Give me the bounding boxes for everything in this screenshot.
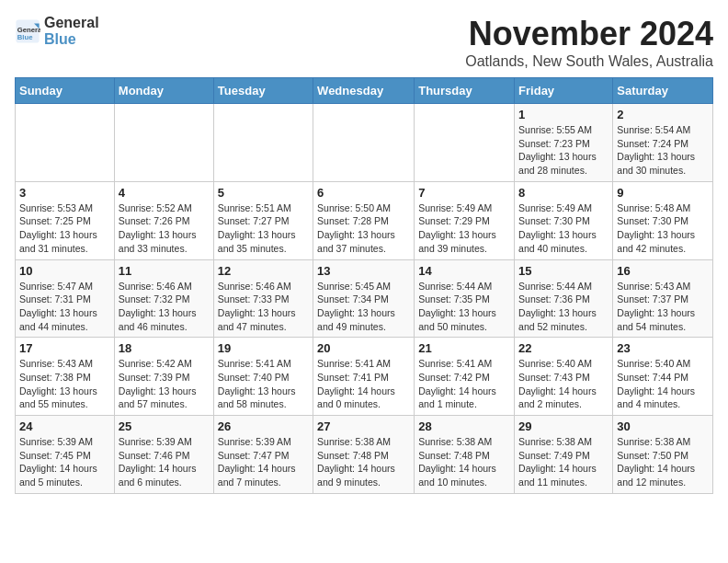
day-info: Sunrise: 5:42 AMSunset: 7:39 PMDaylight:… xyxy=(119,357,210,411)
day-number: 30 xyxy=(617,419,709,433)
calendar-cell: 19Sunrise: 5:41 AMSunset: 7:40 PMDayligh… xyxy=(213,338,313,416)
day-number: 25 xyxy=(119,419,210,433)
week-row-4: 17Sunrise: 5:43 AMSunset: 7:38 PMDayligh… xyxy=(16,338,713,416)
day-number: 29 xyxy=(518,419,609,433)
calendar-cell: 11Sunrise: 5:46 AMSunset: 7:32 PMDayligh… xyxy=(114,259,213,338)
calendar-cell: 20Sunrise: 5:41 AMSunset: 7:41 PMDayligh… xyxy=(313,338,415,416)
day-number: 24 xyxy=(19,419,110,433)
day-number: 3 xyxy=(19,186,110,200)
logo-blue: Blue xyxy=(44,31,99,48)
calendar-cell: 30Sunrise: 5:38 AMSunset: 7:50 PMDayligh… xyxy=(613,416,713,494)
calendar-cell: 25Sunrise: 5:39 AMSunset: 7:46 PMDayligh… xyxy=(114,416,213,494)
weekday-row: SundayMondayTuesdayWednesdayThursdayFrid… xyxy=(16,78,713,104)
logo: General Blue General Blue xyxy=(15,15,99,47)
calendar-cell: 24Sunrise: 5:39 AMSunset: 7:45 PMDayligh… xyxy=(16,416,115,494)
day-number: 12 xyxy=(218,264,309,278)
day-number: 28 xyxy=(418,419,510,433)
logo-general: General xyxy=(44,15,99,31)
day-number: 21 xyxy=(418,341,510,355)
calendar-cell: 2Sunrise: 5:54 AMSunset: 7:24 PMDaylight… xyxy=(613,104,713,182)
day-number: 22 xyxy=(518,341,609,355)
calendar-cell xyxy=(415,104,515,182)
day-number: 8 xyxy=(518,186,609,200)
day-info: Sunrise: 5:53 AMSunset: 7:25 PMDaylight:… xyxy=(19,201,110,256)
day-number: 9 xyxy=(617,186,709,200)
day-info: Sunrise: 5:41 AMSunset: 7:41 PMDaylight:… xyxy=(317,357,410,411)
day-info: Sunrise: 5:54 AMSunset: 7:24 PMDaylight:… xyxy=(617,123,709,178)
calendar-cell: 14Sunrise: 5:44 AMSunset: 7:35 PMDayligh… xyxy=(415,259,515,338)
day-info: Sunrise: 5:38 AMSunset: 7:50 PMDaylight:… xyxy=(617,435,709,489)
calendar-cell: 10Sunrise: 5:47 AMSunset: 7:31 PMDayligh… xyxy=(16,259,115,338)
day-number: 23 xyxy=(617,341,709,355)
calendar-cell: 1Sunrise: 5:55 AMSunset: 7:23 PMDaylight… xyxy=(515,104,613,182)
day-info: Sunrise: 5:44 AMSunset: 7:35 PMDaylight:… xyxy=(418,280,510,334)
day-info: Sunrise: 5:44 AMSunset: 7:36 PMDaylight:… xyxy=(518,280,609,334)
day-info: Sunrise: 5:50 AMSunset: 7:28 PMDaylight:… xyxy=(317,201,410,256)
day-number: 19 xyxy=(218,341,309,355)
calendar-cell: 4Sunrise: 5:52 AMSunset: 7:26 PMDaylight… xyxy=(114,181,213,259)
day-number: 10 xyxy=(19,264,110,278)
weekday-saturday: Saturday xyxy=(613,78,713,104)
day-info: Sunrise: 5:46 AMSunset: 7:32 PMDaylight:… xyxy=(119,280,210,334)
day-number: 2 xyxy=(617,108,709,121)
day-number: 14 xyxy=(418,264,510,278)
title-block: November 2024 Oatlands, New South Wales,… xyxy=(465,15,713,70)
week-row-2: 3Sunrise: 5:53 AMSunset: 7:25 PMDaylight… xyxy=(16,181,713,259)
calendar-cell: 29Sunrise: 5:38 AMSunset: 7:49 PMDayligh… xyxy=(515,416,613,494)
week-row-5: 24Sunrise: 5:39 AMSunset: 7:45 PMDayligh… xyxy=(16,416,713,494)
week-row-1: 1Sunrise: 5:55 AMSunset: 7:23 PMDaylight… xyxy=(16,104,713,182)
day-info: Sunrise: 5:47 AMSunset: 7:31 PMDaylight:… xyxy=(19,280,110,334)
day-number: 7 xyxy=(418,186,510,200)
day-info: Sunrise: 5:39 AMSunset: 7:45 PMDaylight:… xyxy=(19,435,110,489)
calendar-cell: 28Sunrise: 5:38 AMSunset: 7:48 PMDayligh… xyxy=(415,416,515,494)
week-row-3: 10Sunrise: 5:47 AMSunset: 7:31 PMDayligh… xyxy=(16,259,713,338)
calendar-cell: 15Sunrise: 5:44 AMSunset: 7:36 PMDayligh… xyxy=(515,259,613,338)
day-number: 15 xyxy=(518,264,609,278)
logo-icon: General Blue xyxy=(15,18,40,44)
day-info: Sunrise: 5:43 AMSunset: 7:38 PMDaylight:… xyxy=(19,357,110,411)
day-info: Sunrise: 5:55 AMSunset: 7:23 PMDaylight:… xyxy=(518,123,609,178)
calendar-body: 1Sunrise: 5:55 AMSunset: 7:23 PMDaylight… xyxy=(16,104,713,494)
svg-text:Blue: Blue xyxy=(17,33,33,41)
weekday-thursday: Thursday xyxy=(415,78,515,104)
calendar-cell: 23Sunrise: 5:40 AMSunset: 7:44 PMDayligh… xyxy=(613,338,713,416)
day-number: 16 xyxy=(617,264,709,278)
weekday-friday: Friday xyxy=(515,78,613,104)
day-info: Sunrise: 5:38 AMSunset: 7:49 PMDaylight:… xyxy=(518,435,609,489)
calendar-cell: 26Sunrise: 5:39 AMSunset: 7:47 PMDayligh… xyxy=(213,416,313,494)
calendar-cell: 7Sunrise: 5:49 AMSunset: 7:29 PMDaylight… xyxy=(415,181,515,259)
calendar-cell xyxy=(313,104,415,182)
day-info: Sunrise: 5:40 AMSunset: 7:43 PMDaylight:… xyxy=(518,357,609,411)
weekday-monday: Monday xyxy=(114,78,213,104)
calendar: SundayMondayTuesdayWednesdayThursdayFrid… xyxy=(15,77,713,494)
header: General Blue General Blue November 2024 … xyxy=(15,15,713,70)
calendar-cell xyxy=(16,104,115,182)
day-info: Sunrise: 5:51 AMSunset: 7:27 PMDaylight:… xyxy=(218,201,309,256)
weekday-tuesday: Tuesday xyxy=(213,78,313,104)
day-info: Sunrise: 5:48 AMSunset: 7:30 PMDaylight:… xyxy=(617,201,709,256)
day-info: Sunrise: 5:39 AMSunset: 7:46 PMDaylight:… xyxy=(119,435,210,489)
day-number: 4 xyxy=(119,186,210,200)
calendar-cell: 27Sunrise: 5:38 AMSunset: 7:48 PMDayligh… xyxy=(313,416,415,494)
calendar-cell: 8Sunrise: 5:49 AMSunset: 7:30 PMDaylight… xyxy=(515,181,613,259)
day-info: Sunrise: 5:39 AMSunset: 7:47 PMDaylight:… xyxy=(218,435,309,489)
day-info: Sunrise: 5:41 AMSunset: 7:40 PMDaylight:… xyxy=(218,357,309,411)
calendar-cell: 16Sunrise: 5:43 AMSunset: 7:37 PMDayligh… xyxy=(613,259,713,338)
day-number: 18 xyxy=(119,341,210,355)
calendar-cell: 17Sunrise: 5:43 AMSunset: 7:38 PMDayligh… xyxy=(16,338,115,416)
calendar-cell: 3Sunrise: 5:53 AMSunset: 7:25 PMDaylight… xyxy=(16,181,115,259)
calendar-header: SundayMondayTuesdayWednesdayThursdayFrid… xyxy=(16,78,713,104)
weekday-sunday: Sunday xyxy=(16,78,115,104)
day-info: Sunrise: 5:52 AMSunset: 7:26 PMDaylight:… xyxy=(119,201,210,256)
day-info: Sunrise: 5:38 AMSunset: 7:48 PMDaylight:… xyxy=(317,435,410,489)
calendar-cell: 22Sunrise: 5:40 AMSunset: 7:43 PMDayligh… xyxy=(515,338,613,416)
calendar-cell: 13Sunrise: 5:45 AMSunset: 7:34 PMDayligh… xyxy=(313,259,415,338)
day-info: Sunrise: 5:38 AMSunset: 7:48 PMDaylight:… xyxy=(418,435,510,489)
day-info: Sunrise: 5:40 AMSunset: 7:44 PMDaylight:… xyxy=(617,357,709,411)
calendar-cell: 21Sunrise: 5:41 AMSunset: 7:42 PMDayligh… xyxy=(415,338,515,416)
day-info: Sunrise: 5:41 AMSunset: 7:42 PMDaylight:… xyxy=(418,357,510,411)
day-number: 20 xyxy=(317,341,410,355)
weekday-wednesday: Wednesday xyxy=(313,78,415,104)
calendar-cell: 12Sunrise: 5:46 AMSunset: 7:33 PMDayligh… xyxy=(213,259,313,338)
main-title: November 2024 xyxy=(465,15,713,53)
